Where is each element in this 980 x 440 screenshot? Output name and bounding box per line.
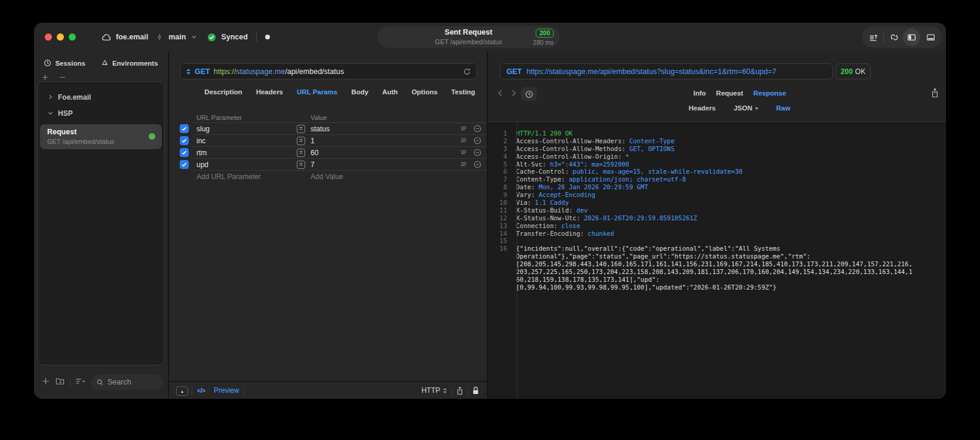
add-value-placeholder[interactable]: Add Value [311,171,343,183]
remove-param-icon[interactable] [473,148,482,157]
param-description-icon[interactable] [460,161,468,168]
request-item-subtitle: GET /api/embed/status [47,137,156,146]
tab-testing[interactable]: Testing [451,88,475,96]
response-url-readout[interactable]: GET https://statuspage.me/api/embed/stat… [500,63,833,79]
forward-icon[interactable] [510,88,518,98]
param-name[interactable]: inc [196,135,205,147]
param-checkbox[interactable] [180,160,189,169]
tab-environments[interactable]: Environments [101,59,158,67]
code-line: 7Content-Type: application/json; charset… [488,176,946,183]
code-text: Transfer-Encoding: chunked [512,230,614,238]
synced-check-icon [207,33,216,42]
export-response-icon[interactable] [930,87,939,99]
tab-auth[interactable]: Auth [382,88,398,96]
add-session-icon[interactable] [41,73,49,81]
tab-info[interactable]: Info [693,90,706,97]
subtab-json[interactable]: JSON [733,104,758,112]
code-line: 2Access-Control-Allow-Headers: Content-T… [488,137,946,145]
remove-session-icon[interactable] [59,73,66,81]
add-request-icon[interactable] [41,377,50,386]
params-header-row: URL Parameter Value [169,112,487,123]
tab-body[interactable]: Body [351,88,368,96]
tree-item-hsp[interactable]: HSP [38,105,164,121]
request-summary-pill[interactable]: Sent Request GET /api/embed/status 200 2… [377,26,560,48]
code-line: 6Cache-Control: public, max-age=15, stal… [488,168,946,176]
response-body[interactable]: 1HTTP/1.1 200 OK2Access-Control-Allow-He… [488,121,946,399]
tab-environments-label: Environments [112,60,158,67]
line-number: 15 [488,237,512,245]
back-icon[interactable] [496,88,504,98]
subtab-headers[interactable]: Headers [689,104,715,112]
response-viewer-panel: GET https://statuspage.me/api/embed/stat… [488,51,946,399]
param-value[interactable]: 1 [311,135,315,147]
export-changes-icon[interactable] [865,29,881,45]
share-icon[interactable] [456,386,464,396]
remove-param-icon[interactable] [473,136,482,145]
clock-icon [44,59,51,67]
history-button[interactable] [521,87,537,101]
lock-icon[interactable] [472,386,480,396]
code-text: Date: Mon, 26 Jan 2026 20:29:59 GMT [512,183,648,191]
footer-divider [468,386,469,396]
param-value[interactable]: 7 [311,159,315,171]
tab-description[interactable]: Description [204,88,242,96]
tab-request[interactable]: Request [716,90,743,97]
project-group: foe.email main Synced [101,23,270,51]
project-name[interactable]: foe.email [116,33,148,41]
url-text[interactable]: https://statuspage.me/api/embed/status [214,67,344,76]
url-input[interactable]: GET https://statuspage.me/api/embed/stat… [180,63,477,79]
line-number: 16 [488,245,512,253]
remove-param-icon[interactable] [473,160,482,169]
param-name[interactable]: upd [196,159,208,171]
footer-divider [244,386,245,396]
code-text: Via: 1.1 Caddy [512,199,569,207]
close-button[interactable] [45,33,52,41]
code-line: 8Date: Mon, 26 Jan 2026 20:29:59 GMT [488,183,946,191]
params-column-name: URL Parameter [196,112,242,124]
tab-url-params[interactable]: URL Params [297,88,337,96]
collapse-panel-button[interactable]: ▲ [176,386,188,396]
tab-sessions-label: Sessions [55,60,85,67]
param-checkbox[interactable] [180,124,189,133]
tab-headers[interactable]: Headers [256,88,283,96]
param-name[interactable]: slug [196,123,210,135]
param-row: rtm=60 [169,147,487,159]
method-label[interactable]: GET [195,67,210,76]
duration-label: 280 ms [533,38,554,47]
add-param-placeholder[interactable]: Add URL Parameter [196,171,261,183]
layout-sidebar-icon[interactable] [903,29,920,46]
tab-options[interactable]: Options [411,88,437,96]
minimize-button[interactable] [57,33,64,41]
tab-sessions[interactable]: Sessions [44,59,85,67]
history-arrows [496,88,518,98]
branch-name[interactable]: main [168,33,186,41]
titlebar: foe.email main Synced Sent Request GET /… [34,23,946,51]
subtab-raw[interactable]: Raw [776,104,791,112]
chevron-down-icon[interactable] [191,33,198,41]
remove-param-icon[interactable] [473,124,482,133]
protocol-selector[interactable]: HTTP [422,386,447,395]
param-value[interactable]: 60 [311,147,318,159]
request-list-item[interactable]: Request GET /api/embed/status [40,124,162,149]
status-code-badge: 200 [536,29,554,38]
preview-button[interactable]: Preview [214,386,239,395]
view-options-icon[interactable] [75,377,86,386]
zoom-button[interactable] [69,33,76,41]
tree-item-foe-email[interactable]: Foe.email [38,89,164,105]
param-description-icon[interactable] [460,125,468,133]
param-checkbox[interactable] [180,148,189,157]
line-number [488,276,512,284]
code-preview-icon: </> [197,387,205,394]
layout-bottom-icon[interactable] [923,29,938,45]
param-value[interactable]: status [311,123,330,135]
param-name[interactable]: rtm [196,147,207,159]
tab-response[interactable]: Response [753,90,786,97]
param-checkbox[interactable] [180,136,189,145]
param-description-icon[interactable] [460,137,468,144]
new-folder-icon[interactable] [55,377,65,386]
method-selector-icon[interactable] [186,68,191,75]
param-description-icon[interactable] [460,149,468,156]
reload-icon[interactable] [463,67,471,76]
search-input[interactable]: Search [91,374,163,390]
code-line: [208,205,145,298,443,140,160,165,171,161… [488,260,946,268]
